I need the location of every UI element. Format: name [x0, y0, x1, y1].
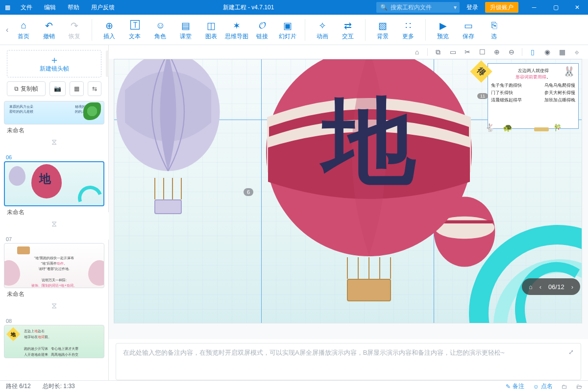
- chart-icon: ◫: [207, 19, 216, 32]
- open-folder-icon[interactable]: 🗁: [576, 383, 582, 390]
- image-icon: ▧: [378, 19, 387, 32]
- play-icon: ▶: [440, 19, 447, 32]
- balloon-main[interactable]: 地: [261, 59, 477, 304]
- thumbnail-list[interactable]: 草原的风力云朵爱吃的的儿是校 秘境的时时彩球的的太阳气 未命名 ⧖ 06 地 未…: [0, 101, 108, 380]
- camera-icon: 📷: [54, 85, 61, 92]
- background-button[interactable]: ▧背景: [370, 17, 395, 43]
- rollcall-button[interactable]: ☺点名: [533, 382, 553, 391]
- menu-help[interactable]: 帮助: [62, 3, 85, 12]
- grid-toggle-icon[interactable]: ▦: [558, 48, 566, 56]
- copy-icon[interactable]: ⧉: [434, 48, 442, 56]
- slide-thumb[interactable]: "地"面跑的很快一起开屏布"地"后面作动作。读呼"着那"比过作地.说明万天一样际…: [4, 243, 104, 288]
- save-icon: ▭: [464, 19, 473, 32]
- preview-button[interactable]: ▶预览: [431, 17, 455, 43]
- status-path: 路径 6/12: [6, 382, 31, 391]
- nav-prev-icon[interactable]: ‹: [539, 283, 541, 291]
- thumb-label: 未命名: [4, 206, 104, 219]
- status-duration: 总时长: 1:33: [43, 382, 75, 391]
- balloon-purple[interactable]: [114, 59, 222, 214]
- canvas-toolbar: ⌂ ⧉ ▭ ✂ ☐ ⊕ ⊖ ▯ ◉ ▦ ⟐: [109, 45, 588, 59]
- qr-icon: ▦: [74, 85, 79, 92]
- settings-icon[interactable]: ⟐: [572, 48, 581, 56]
- toolbar: ‹ ⌂首页 ↶撤销 ↷恢复 ⊕插入 🅃文本 ☺角色 ▤课堂 ◫图表 ✶思维导图 …: [0, 15, 588, 45]
- animation-button[interactable]: ✧动画: [310, 17, 335, 43]
- toolbar-scroll-left[interactable]: ‹: [4, 25, 10, 34]
- badge-11: 11: [477, 93, 488, 99]
- page-navigator[interactable]: ⌂ ‹ 06/12 ›: [522, 278, 580, 295]
- close-button[interactable]: ✕: [566, 0, 588, 15]
- project-search[interactable]: 🔍 ▾: [376, 2, 460, 13]
- zoom-out-icon[interactable]: ⊖: [507, 48, 516, 56]
- insert-button[interactable]: ⊕插入: [97, 17, 122, 43]
- sparkle-icon: ✧: [318, 19, 326, 32]
- notes-toggle[interactable]: ✎备注: [506, 382, 524, 391]
- link-icon: 𝓞: [259, 19, 266, 32]
- nav-home-icon[interactable]: ⌂: [529, 283, 533, 291]
- minimize-button[interactable]: ─: [523, 0, 545, 15]
- new-frame-button[interactable]: ＋ 新建镜头帧: [7, 50, 101, 77]
- export-button[interactable]: ⎘选: [482, 17, 506, 43]
- redo-icon: ↷: [71, 19, 78, 32]
- hourglass-icon: ⧖: [4, 300, 104, 313]
- undo-button[interactable]: ↶撤销: [37, 17, 61, 43]
- copy-icon: ⧉: [14, 85, 19, 92]
- thumb-number: 08: [4, 317, 104, 325]
- camera-button[interactable]: 📷: [49, 81, 66, 96]
- thumb-label: 未命名: [4, 288, 104, 300]
- paste-icon[interactable]: ▭: [448, 48, 457, 56]
- slide-thumb-active[interactable]: 地: [4, 161, 104, 206]
- menu-feedback[interactable]: 用户反馈: [85, 3, 121, 12]
- notes-area[interactable]: 在此处输入您的备注内容，在预览时开启双屏模式，可以实现A屏全屏播放演示内容，B屏…: [116, 343, 581, 380]
- maximize-button[interactable]: ▢: [545, 0, 566, 15]
- redo-button[interactable]: ↷恢复: [62, 17, 87, 43]
- swap-button[interactable]: ⇆: [88, 81, 101, 96]
- search-input[interactable]: [391, 4, 464, 11]
- more-button[interactable]: ∷更多: [396, 17, 420, 43]
- bookmark-icon[interactable]: ▯: [528, 48, 537, 56]
- app-logo-icon: ▦: [0, 4, 15, 11]
- cut-icon[interactable]: ✂: [463, 48, 472, 56]
- window-title: 新建工程 - v4.7.101: [121, 3, 376, 12]
- export-icon: ⎘: [491, 19, 497, 32]
- search-dropdown-icon[interactable]: ▾: [454, 4, 457, 11]
- text-icon: 🅃: [130, 19, 140, 32]
- chart-button[interactable]: ◫图表: [199, 17, 223, 43]
- menu-file[interactable]: 文件: [15, 3, 38, 12]
- main: ＋ 新建镜头帧 ⧉复制帧 📷 ▦ ⇆ 草原的风力云朵爱吃的的儿是校 秘境的时时彩…: [0, 45, 588, 380]
- hourglass-icon: ⧖: [4, 219, 104, 231]
- zoom-in-icon[interactable]: ⊕: [492, 48, 501, 56]
- thumb-number: 06: [4, 153, 104, 161]
- home-icon[interactable]: ⌂: [413, 48, 421, 56]
- home-button[interactable]: ⌂首页: [11, 17, 36, 43]
- clipboard-icon[interactable]: ☐: [478, 48, 487, 56]
- canvas[interactable]: 地 得 左边两人就使得形容词前要用得。 11 兔子兔子跑得快乌龟乌龟爬得慢 门了…: [109, 59, 588, 339]
- grid-icon: ∷: [405, 19, 411, 32]
- search-icon: 🔍: [380, 4, 388, 11]
- role-button[interactable]: ☺角色: [148, 17, 172, 43]
- interact-button[interactable]: ⇄交互: [336, 17, 360, 43]
- save-button[interactable]: ▭保存: [456, 17, 481, 43]
- notes-placeholder: 在此处输入您的备注内容，在预览时开启双屏模式，可以实现A屏全屏播放演示内容，B屏…: [123, 348, 505, 357]
- copy-frame-button[interactable]: ⧉复制帧: [7, 81, 46, 96]
- person-icon: ☺: [156, 19, 165, 32]
- link-button[interactable]: 𝓞链接: [250, 17, 274, 43]
- thumb-group: 草原的风力云朵爱吃的的儿是校 秘境的时时彩球的的太阳气 未命名 ⧖: [4, 101, 104, 149]
- page-indicator: 06/12: [548, 283, 564, 291]
- folder-icon[interactable]: 🗀: [562, 383, 567, 390]
- expand-icon[interactable]: ⤢: [568, 348, 574, 356]
- stage[interactable]: 地 得 左边两人就使得形容词前要用得。 11 兔子兔子跑得快乌龟乌龟爬得慢 门了…: [114, 59, 582, 323]
- slide-thumb[interactable]: 草原的风力云朵爱吃的的儿是校 秘境的时时彩球的的太阳气: [4, 101, 104, 124]
- upgrade-button[interactable]: 升级账户: [485, 2, 518, 13]
- slide-button[interactable]: ▣幻灯片: [275, 17, 300, 43]
- camera-icon[interactable]: ◉: [543, 48, 552, 56]
- menu-edit[interactable]: 编辑: [38, 3, 62, 12]
- mindmap-button[interactable]: ✶思维导图: [224, 17, 249, 43]
- home-icon: ⌂: [21, 19, 26, 32]
- nav-next-icon[interactable]: ›: [571, 283, 573, 291]
- classroom-button[interactable]: ▤课堂: [173, 17, 198, 43]
- text-button[interactable]: 🅃文本: [122, 17, 147, 43]
- slide-thumb[interactable]: 地 左边上地边右地字站在地词前。跑的速少开写体 专心地上课才大赛人开途地欢迎来 …: [4, 325, 104, 358]
- titlebar: ▦ 文件 编辑 帮助 用户反馈 新建工程 - v4.7.101 🔍 ▾ 登录 升…: [0, 0, 588, 15]
- qr-button[interactable]: ▦: [70, 81, 84, 96]
- info-card[interactable]: 得 左边两人就使得形容词前要用得。 11 兔子兔子跑得快乌龟乌龟爬得慢 门了长得…: [488, 63, 579, 129]
